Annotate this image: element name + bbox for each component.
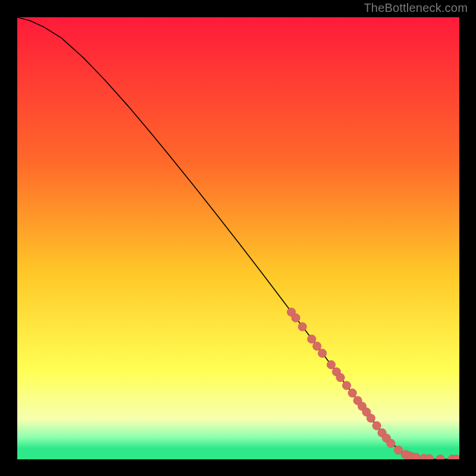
data-marker	[348, 389, 356, 397]
data-marker	[372, 421, 381, 430]
bottleneck-curve-chart	[17, 17, 459, 459]
data-marker	[308, 335, 316, 343]
watermark-label: TheBottleneck.com	[364, 1, 468, 15]
gradient-background	[17, 17, 459, 459]
data-marker	[342, 381, 350, 390]
data-marker	[387, 439, 395, 447]
data-marker	[292, 314, 300, 322]
data-marker	[367, 414, 375, 422]
data-marker	[313, 342, 321, 350]
data-marker	[318, 349, 326, 357]
chart-frame: { "watermark": "TheBottleneck.com", "col…	[0, 0, 476, 476]
data-marker	[298, 322, 306, 331]
data-marker	[336, 373, 345, 381]
data-marker	[327, 361, 335, 369]
